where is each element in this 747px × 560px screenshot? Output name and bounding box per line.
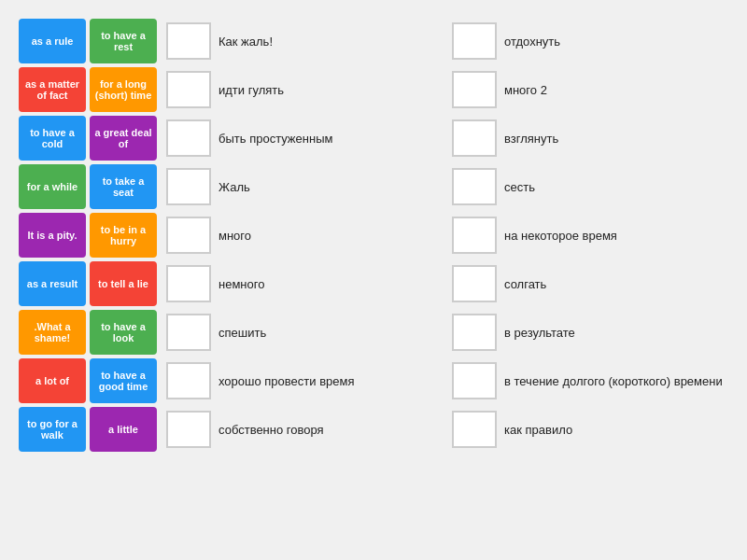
phrase-row-8: собственно говоря bbox=[166, 407, 443, 452]
translation-row-8: как правило bbox=[452, 407, 728, 452]
tile-col2-1[interactable]: for a long (short) time bbox=[90, 67, 157, 112]
phrase-row-6: спешить bbox=[166, 310, 443, 355]
translation-blank-box-2[interactable] bbox=[452, 119, 497, 157]
translation-text-8: как правило bbox=[504, 423, 572, 437]
tile-col1-5[interactable]: as a result bbox=[19, 261, 86, 306]
tile-col2-0[interactable]: to have a rest bbox=[90, 19, 157, 63]
translation-blank-box-4[interactable] bbox=[452, 217, 497, 254]
tile-col1-4[interactable]: It is a pity. bbox=[19, 213, 86, 258]
phrase-row-7: хорошо провести время bbox=[166, 358, 443, 403]
phrase-blank-box-3[interactable] bbox=[166, 168, 211, 205]
translations-section: отдохнутьмного 2взглянутьсестьна некотор… bbox=[452, 19, 728, 452]
translation-row-1: много 2 bbox=[452, 67, 728, 112]
phrase-text-2: быть простуженным bbox=[218, 132, 332, 146]
phrase-row-5: немного bbox=[166, 261, 443, 306]
translation-text-5: солгать bbox=[504, 277, 546, 291]
phrase-text-3: Жаль bbox=[218, 180, 250, 194]
phrase-blank-box-7[interactable] bbox=[166, 362, 211, 399]
phrase-text-5: немного bbox=[218, 277, 264, 291]
tile-col1-1[interactable]: as a matter of fact bbox=[19, 67, 86, 112]
tile-col2-7[interactable]: to have a good time bbox=[90, 358, 157, 403]
translation-text-0: отдохнуть bbox=[504, 35, 560, 49]
translation-text-7: в течение долгого (короткого) времени bbox=[504, 374, 723, 388]
translation-blank-box-5[interactable] bbox=[452, 265, 497, 302]
phrase-text-6: спешить bbox=[218, 326, 266, 340]
translation-row-2: взглянуть bbox=[452, 116, 728, 161]
phrases-section: Как жаль!идти гулятьбыть простуженнымЖал… bbox=[166, 19, 443, 452]
translation-blank-box-6[interactable] bbox=[452, 314, 497, 351]
translation-blank-box-7[interactable] bbox=[452, 362, 497, 399]
translation-text-1: много 2 bbox=[504, 83, 547, 97]
translation-row-5: солгать bbox=[452, 261, 728, 306]
tile-col2-6[interactable]: to have a look bbox=[90, 310, 157, 355]
tile-col1-7[interactable]: a lot of bbox=[19, 358, 86, 403]
phrase-text-0: Как жаль! bbox=[218, 35, 273, 49]
translation-text-4: на некоторое время bbox=[504, 229, 617, 243]
translation-row-6: в результате bbox=[452, 310, 728, 355]
phrase-blank-box-0[interactable] bbox=[166, 22, 211, 60]
translation-blank-box-1[interactable] bbox=[452, 71, 497, 108]
tile-col2-2[interactable]: a great deal of bbox=[90, 116, 157, 161]
phrase-blank-box-2[interactable] bbox=[166, 119, 211, 157]
tile-col2-5[interactable]: to tell a lie bbox=[90, 261, 157, 306]
phrase-row-2: быть простуженным bbox=[166, 116, 443, 161]
translation-blank-box-0[interactable] bbox=[452, 22, 497, 60]
phrase-text-7: хорошо провести время bbox=[218, 374, 354, 388]
translation-row-4: на некоторое время bbox=[452, 213, 728, 258]
phrase-text-8: собственно говоря bbox=[218, 423, 324, 437]
tile-col2-8[interactable]: a little bbox=[90, 407, 157, 452]
tile-col1-2[interactable]: to have a cold bbox=[19, 116, 86, 161]
tile-col2-4[interactable]: to be in a hurry bbox=[90, 213, 157, 258]
tile-col1-3[interactable]: for a while bbox=[19, 164, 86, 209]
translation-text-2: взглянуть bbox=[504, 132, 558, 146]
translation-row-7: в течение долгого (короткого) времени bbox=[452, 358, 728, 403]
tile-col2-3[interactable]: to take a seat bbox=[90, 164, 157, 209]
translation-text-3: сесть bbox=[504, 180, 535, 194]
translation-blank-box-8[interactable] bbox=[452, 411, 497, 448]
phrase-blank-box-5[interactable] bbox=[166, 265, 211, 302]
tile-col1-0[interactable]: as a rule bbox=[19, 19, 86, 63]
tile-column-1: as a ruleas a matter of factto have a co… bbox=[19, 19, 86, 452]
phrase-row-1: идти гулять bbox=[166, 67, 443, 112]
translation-row-0: отдохнуть bbox=[452, 19, 728, 63]
phrase-text-1: идти гулять bbox=[218, 83, 284, 97]
translation-text-6: в результате bbox=[504, 326, 575, 340]
phrase-row-0: Как жаль! bbox=[166, 19, 443, 63]
tile-col1-8[interactable]: to go for a walk bbox=[19, 407, 86, 452]
phrase-row-4: много bbox=[166, 213, 443, 258]
translation-blank-box-3[interactable] bbox=[452, 168, 497, 205]
phrase-blank-box-4[interactable] bbox=[166, 217, 211, 254]
phrase-blank-box-1[interactable] bbox=[166, 71, 211, 108]
phrase-blank-box-8[interactable] bbox=[166, 411, 211, 448]
phrase-blank-box-6[interactable] bbox=[166, 314, 211, 351]
tile-col1-6[interactable]: .What a shame! bbox=[19, 310, 86, 355]
translation-row-3: сесть bbox=[452, 164, 728, 209]
phrase-text-4: много bbox=[218, 229, 251, 243]
tiles-section: as a ruleas a matter of factto have a co… bbox=[19, 19, 157, 452]
main-container: as a ruleas a matter of factto have a co… bbox=[19, 19, 728, 452]
tile-column-2: to have a restfor a long (short) timea g… bbox=[90, 19, 157, 452]
phrase-row-3: Жаль bbox=[166, 164, 443, 209]
